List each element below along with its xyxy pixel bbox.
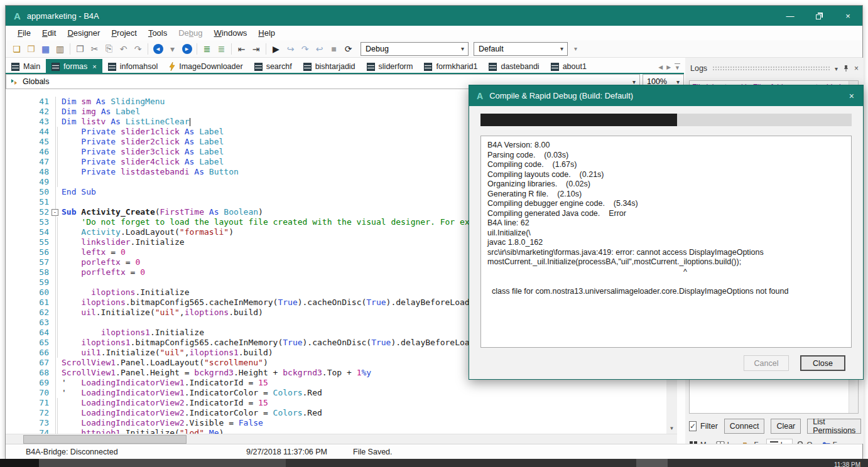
tab-infomahsol[interactable]: infomahsol — [102, 59, 163, 74]
tab-scroll-right-icon[interactable]: ▶ — [666, 64, 671, 70]
panel-menu-icon[interactable]: ▾ — [835, 65, 838, 72]
fold-collapse-icon[interactable]: - — [52, 209, 58, 216]
step-into-icon[interactable]: ↪ — [283, 42, 298, 56]
tab-imagedownloader[interactable]: ImageDownloader — [163, 59, 248, 74]
menu-item-designer[interactable]: Designer — [62, 27, 106, 39]
list-permissions-button[interactable]: List Permissions — [807, 419, 861, 434]
scroll-down-icon[interactable]: ▼ — [666, 423, 677, 434]
taskbar-clock: 11:38 PM — [834, 461, 860, 467]
code-line-72[interactable]: 72 LoadingIndicatorView2.IndicatorColor … — [6, 408, 666, 418]
taskbar-segment[interactable] — [286, 459, 636, 467]
navigate-forward-icon[interactable]: ► — [180, 42, 194, 56]
tab-dastebandi[interactable]: dastebandi — [483, 59, 545, 74]
tab-searchf[interactable]: searchf — [249, 59, 298, 74]
code-text: Activity.LoadLayout("formasli") — [56, 227, 234, 237]
compile-log-line: B4A line: 62 — [487, 218, 845, 228]
code-line-73[interactable]: 73 LoadingIndicatorView2.Visible = False — [6, 418, 666, 428]
save-icon[interactable]: ▦ — [38, 42, 53, 56]
line-number: 53 — [6, 217, 56, 227]
line-number: 65 — [6, 338, 56, 348]
tab-sliderform[interactable]: sliderform — [361, 59, 419, 74]
line-number: 56 — [6, 247, 56, 257]
build-configuration-select[interactable]: Debug ▾ — [361, 42, 469, 56]
menu-item-help[interactable]: Help — [252, 27, 281, 39]
tab-scroll-left-icon[interactable]: ◀ — [658, 64, 663, 70]
filter-checkbox[interactable]: ✓ — [689, 421, 697, 431]
tab-bishtarjadid[interactable]: bishtarjadid — [298, 59, 361, 74]
close-icon[interactable]: × — [833, 6, 862, 26]
menu-item-debug[interactable]: Debug — [173, 27, 208, 39]
code-text: LoadingIndicatorView2.IndicatorId = 15 — [56, 398, 268, 408]
cut-icon[interactable]: ✂ — [87, 42, 102, 56]
code-line-70[interactable]: 70' LoadingIndicatorView1.IndicatorColor… — [6, 388, 666, 398]
editor-horizontal-scrollbar[interactable] — [6, 434, 677, 444]
build-configuration-value: Debug — [366, 45, 389, 53]
tab-formas[interactable]: formas× — [46, 59, 102, 74]
new-module-icon[interactable]: ❏ — [9, 42, 24, 56]
form-icon — [254, 63, 263, 71]
code-text — [56, 318, 62, 328]
navigate-back-icon[interactable]: ◄ — [151, 42, 165, 56]
close-icon[interactable]: × — [854, 64, 859, 73]
minimize-icon[interactable]: — — [776, 6, 805, 26]
menu-item-project[interactable]: Project — [106, 27, 142, 39]
tab-list-icon[interactable]: ▼ — [675, 63, 680, 71]
taskbar-segment[interactable] — [636, 459, 668, 467]
menu-item-tools[interactable]: Tools — [143, 27, 173, 39]
connect-button[interactable]: Connect — [724, 419, 765, 434]
code-text: linkslider.Initialize — [56, 237, 185, 247]
toolbar-overflow-icon[interactable]: ▾ — [574, 45, 577, 52]
back-dropdown-icon[interactable]: ▾ — [165, 42, 180, 56]
logs-panel-title: Logs — [690, 64, 707, 73]
tab-label: about1 — [563, 62, 587, 71]
outdent-icon[interactable]: ⇤ — [234, 42, 249, 56]
chevron-down-icon: ▾ — [457, 45, 468, 52]
menu-item-windows[interactable]: Windows — [209, 27, 253, 39]
panel-grip[interactable] — [712, 66, 830, 71]
export-icon[interactable]: ▥ — [53, 42, 67, 56]
indent-icon[interactable]: ⇥ — [249, 42, 263, 56]
uncomment-icon[interactable]: ≣ — [214, 42, 229, 56]
pin-icon[interactable] — [843, 65, 849, 72]
code-text: porfleftx = 0 — [56, 267, 145, 277]
close-icon[interactable]: × — [840, 91, 863, 101]
compile-log[interactable]: B4A Version: 8.00Parsing code. (0.03s)Co… — [480, 136, 852, 348]
tab-about1[interactable]: about1 — [545, 59, 592, 74]
step-out-icon[interactable]: ↩ — [312, 42, 327, 56]
tab-navigation: ◀▶▼ — [658, 63, 684, 74]
restore-icon[interactable] — [805, 6, 833, 26]
run-icon[interactable]: ▶ — [269, 42, 283, 56]
paste-icon[interactable]: ⎘ — [102, 42, 116, 56]
comment-icon[interactable]: ≣ — [200, 42, 214, 56]
undo-icon[interactable]: ↶ — [116, 42, 131, 56]
tab-formkharid1[interactable]: formkharid1 — [418, 59, 483, 74]
compile-log-line: javac 1.8.0_162 — [487, 238, 845, 248]
tab-main[interactable]: Main — [6, 59, 46, 74]
clear-button[interactable]: Clear — [771, 419, 801, 434]
tab-label: formkharid1 — [436, 62, 477, 71]
form-icon — [303, 63, 312, 71]
code-line-71[interactable]: 71 LoadingIndicatorView2.IndicatorId = 1… — [6, 398, 666, 408]
stop-icon[interactable]: ■ — [327, 42, 341, 56]
copy-icon[interactable]: ❐ — [73, 42, 87, 56]
scrollbar-thumb[interactable] — [23, 435, 187, 444]
open-project-icon[interactable]: ❐ — [24, 42, 38, 56]
redo-icon[interactable]: ↷ — [131, 42, 145, 56]
menu-item-edit[interactable]: Edit — [36, 27, 62, 39]
code-line-74[interactable]: 74 httpjob1.Initialize("lod",Me) — [6, 428, 666, 434]
menu-item-file[interactable]: File — [12, 27, 36, 39]
tab-label: bishtarjadid — [315, 62, 355, 71]
compile-dialog: A Compile & Rapid Debug (Build: Default)… — [469, 85, 864, 380]
step-over-icon[interactable]: ↷ — [298, 42, 312, 56]
line-number: 44 — [6, 127, 56, 137]
restart-icon[interactable]: ⟳ — [341, 42, 355, 56]
taskbar-segment[interactable] — [0, 459, 39, 467]
close-button[interactable]: Close — [800, 355, 845, 371]
lightning-icon — [169, 62, 175, 71]
taskbar-segment[interactable] — [39, 459, 286, 467]
line-number: 73 — [6, 418, 56, 428]
tab-close-icon[interactable]: × — [92, 63, 96, 70]
build-profile-select[interactable]: Default ▾ — [474, 42, 568, 56]
compile-log-line: Parsing code. (0.03s) — [487, 151, 845, 161]
tab-label: sliderform — [379, 62, 413, 71]
